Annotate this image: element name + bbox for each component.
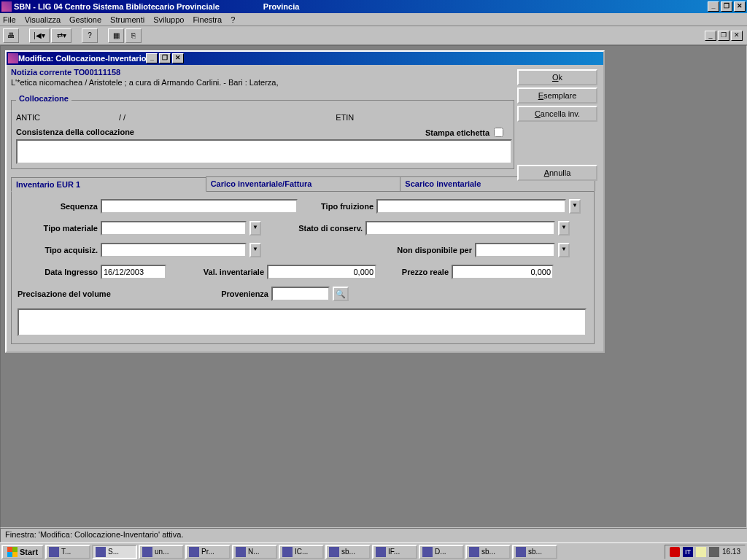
provenienza-search-button[interactable]: 🔍: [333, 287, 349, 301]
colloc-right: ETIN: [336, 113, 354, 122]
menubar: File Visualizza Gestione Strumenti Svilu…: [0, 13, 747, 26]
menu-strumenti[interactable]: Strumenti: [110, 15, 144, 24]
child-minimize-button[interactable]: _: [146, 53, 158, 63]
taskbar-task[interactable]: D...: [419, 545, 464, 559]
precisazione-textarea[interactable]: [18, 308, 587, 336]
nav-tree-button[interactable]: ⇄▾: [51, 28, 71, 43]
esemplare-button[interactable]: EsemplareEsemplare: [517, 88, 597, 104]
system-tray: IT 16.13: [665, 545, 746, 559]
task-icon: [189, 547, 199, 557]
minimize-button[interactable]: _: [708, 1, 719, 12]
mdi-close-button[interactable]: ✕: [731, 31, 743, 41]
app-title-right: Provincia: [263, 2, 300, 11]
tipo-materiale-dropdown[interactable]: ▼: [249, 221, 261, 236]
tipo-acquisiz-dropdown[interactable]: ▼: [249, 243, 261, 257]
app-titlebar: SBN - LIG 04 Centro Sistema Bibliotecari…: [0, 0, 747, 13]
taskbar-task[interactable]: un...: [139, 545, 184, 559]
stato-conserv-input[interactable]: [365, 221, 555, 236]
val-inventariale-input[interactable]: [267, 265, 376, 279]
provenienza-label: Provenienza: [152, 289, 268, 298]
notizia-corrente-label: Notizia corrente TO00111158: [11, 68, 599, 77]
stampa-etichetta-checkbox[interactable]: [494, 128, 503, 137]
tray-icon-3[interactable]: [696, 547, 706, 557]
non-disponibile-dropdown[interactable]: ▼: [558, 243, 570, 257]
provenienza-input[interactable]: [271, 287, 330, 301]
taskbar-task[interactable]: sb...: [325, 545, 371, 559]
tray-icon-4[interactable]: [709, 547, 719, 557]
taskbar-task[interactable]: IF...: [372, 545, 417, 559]
app-title: SBN - LIG 04 Centro Sistema Bibliotecari…: [14, 2, 220, 11]
mdi-client-area: Modifica: Collocazione-Inventario _ ❐ ✕ …: [0, 45, 747, 528]
task-icon: [376, 547, 386, 557]
taskbar-task[interactable]: sb...: [465, 545, 511, 559]
task-icon: [49, 547, 59, 557]
menu-sviluppo[interactable]: Sviluppo: [153, 15, 184, 24]
task-icon: [516, 547, 526, 557]
colloc-left: ANTIC: [16, 113, 40, 122]
status-text: Finestra: 'Modifica: Collocazione-Invent…: [5, 530, 183, 539]
exit-button[interactable]: ⎘: [125, 28, 142, 43]
task-icon: [142, 547, 152, 557]
windows-logo-icon: [7, 547, 18, 557]
prezzo-reale-label: Prezzo reale: [379, 268, 449, 276]
taskbar-task[interactable]: Pr...: [185, 545, 231, 559]
layout-button[interactable]: ▦: [108, 28, 124, 43]
tipo-acquisiz-label: Tipo acquisiz.: [18, 246, 98, 254]
stato-conserv-label: Stato di conserv.: [264, 224, 363, 233]
taskbar-task[interactable]: IC...: [279, 545, 324, 559]
help-button[interactable]: ?: [82, 28, 98, 43]
sequenza-input[interactable]: [101, 199, 298, 214]
statusbar: Finestra: 'Modifica: Collocazione-Invent…: [0, 528, 747, 542]
notizia-description: L'*etica nicomachea / Aristotele ; a cur…: [11, 78, 599, 87]
menu-file[interactable]: File: [3, 15, 16, 24]
taskbar-task[interactable]: S...: [92, 545, 137, 559]
close-button[interactable]: ✕: [734, 1, 746, 12]
mdi-minimize-button[interactable]: _: [705, 31, 716, 41]
tab-carico[interactable]: Carico inventariale/Fattura: [206, 176, 401, 191]
child-maximize-button[interactable]: ❐: [159, 53, 171, 63]
child-icon: [8, 53, 18, 63]
tipo-materiale-input[interactable]: [101, 221, 247, 236]
sequenza-label: Sequenza: [18, 202, 98, 211]
data-ingresso-label: Data Ingresso: [18, 268, 98, 276]
non-disponibile-label: Non disponibile per: [264, 246, 472, 254]
nav-first-button[interactable]: |◀▾: [29, 28, 50, 43]
tipo-fruizione-label: Tipo fruizione: [301, 202, 374, 211]
mdi-restore-button[interactable]: ❐: [718, 31, 729, 41]
prezzo-reale-input[interactable]: [452, 265, 554, 279]
taskbar: Start T...S...un...Pr...N...IC...sb...IF…: [0, 542, 747, 560]
colloc-sep: / /: [119, 113, 125, 122]
data-ingresso-input[interactable]: [101, 265, 166, 279]
tipo-fruizione-dropdown[interactable]: ▼: [569, 199, 581, 214]
task-icon: [236, 547, 246, 557]
precisazione-label: Precisazione del volume: [18, 289, 149, 298]
print-button[interactable]: 🖶: [3, 28, 19, 43]
non-disponibile-input[interactable]: [475, 243, 555, 257]
menu-visualizza[interactable]: Visualizza: [25, 15, 61, 24]
start-button[interactable]: Start: [1, 545, 44, 559]
tipo-fruizione-input[interactable]: [376, 199, 566, 214]
stampa-etichetta-label: Stampa etichetta: [425, 128, 489, 137]
taskbar-task[interactable]: N...: [232, 545, 277, 559]
app-icon: [1, 1, 12, 12]
ok-button[interactable]: OOkk: [517, 69, 597, 85]
task-icon: [329, 547, 339, 557]
tipo-acquisiz-input[interactable]: [101, 243, 247, 257]
tab-inventario[interactable]: Inventario EUR 1: [11, 177, 206, 192]
annulla-button[interactable]: AnnullaAnnulla: [517, 165, 597, 181]
menu-gestione[interactable]: Gestione: [69, 15, 101, 24]
menu-help[interactable]: ?: [231, 15, 235, 24]
taskbar-task[interactable]: sb...: [512, 545, 557, 559]
maximize-button[interactable]: ❐: [721, 1, 732, 12]
cancella-inv-button[interactable]: Cancella inv.Cancella inv.: [517, 106, 597, 122]
child-close-button[interactable]: ✕: [172, 53, 184, 63]
val-inventariale-label: Val. inventariale: [169, 268, 264, 276]
stato-conserv-dropdown[interactable]: ▼: [558, 221, 570, 236]
child-title-text: Modifica: Collocazione-Inventario: [18, 54, 146, 63]
consistenza-textarea[interactable]: [16, 139, 512, 164]
tray-lang-icon[interactable]: IT: [683, 547, 693, 557]
menu-finestra[interactable]: Finestra: [193, 15, 222, 24]
task-icon: [96, 547, 106, 557]
taskbar-task[interactable]: T...: [45, 545, 90, 559]
tray-icon-1[interactable]: [670, 547, 680, 557]
